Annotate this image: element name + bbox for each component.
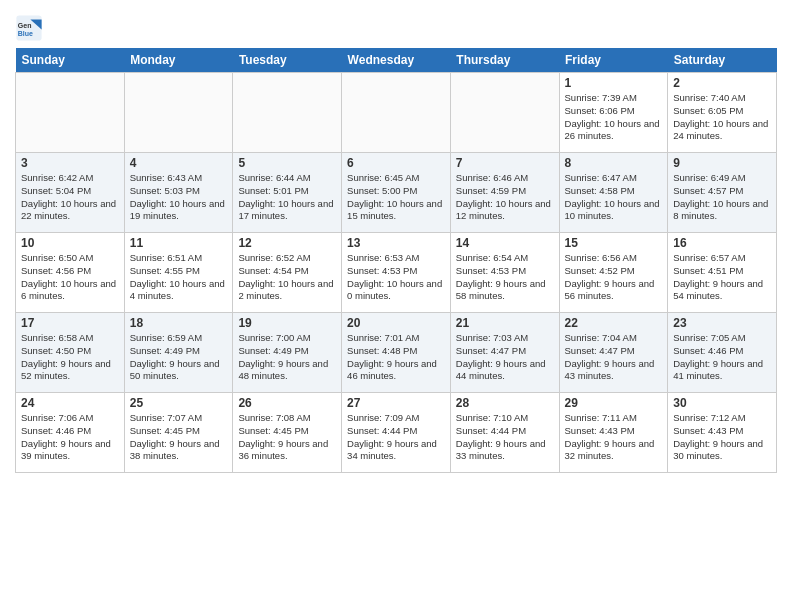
day-info: Sunrise: 6:43 AM Sunset: 5:03 PM Dayligh…: [130, 172, 228, 223]
day-number: 3: [21, 156, 119, 170]
calendar-cell: 20Sunrise: 7:01 AM Sunset: 4:48 PM Dayli…: [342, 313, 451, 393]
day-number: 26: [238, 396, 336, 410]
calendar-cell: 13Sunrise: 6:53 AM Sunset: 4:53 PM Dayli…: [342, 233, 451, 313]
calendar-cell: [16, 73, 125, 153]
day-info: Sunrise: 6:52 AM Sunset: 4:54 PM Dayligh…: [238, 252, 336, 303]
day-info: Sunrise: 7:10 AM Sunset: 4:44 PM Dayligh…: [456, 412, 554, 463]
day-number: 9: [673, 156, 771, 170]
day-info: Sunrise: 7:08 AM Sunset: 4:45 PM Dayligh…: [238, 412, 336, 463]
day-number: 12: [238, 236, 336, 250]
calendar-cell: 28Sunrise: 7:10 AM Sunset: 4:44 PM Dayli…: [450, 393, 559, 473]
day-number: 6: [347, 156, 445, 170]
day-number: 19: [238, 316, 336, 330]
day-number: 8: [565, 156, 663, 170]
day-info: Sunrise: 6:47 AM Sunset: 4:58 PM Dayligh…: [565, 172, 663, 223]
day-number: 23: [673, 316, 771, 330]
day-number: 2: [673, 76, 771, 90]
day-info: Sunrise: 6:57 AM Sunset: 4:51 PM Dayligh…: [673, 252, 771, 303]
calendar-cell: [450, 73, 559, 153]
day-header-sunday: Sunday: [16, 48, 125, 73]
logo: Gen Blue: [15, 14, 47, 42]
calendar-cell: 1Sunrise: 7:39 AM Sunset: 6:06 PM Daylig…: [559, 73, 668, 153]
week-row-4: 17Sunrise: 6:58 AM Sunset: 4:50 PM Dayli…: [16, 313, 777, 393]
day-info: Sunrise: 7:11 AM Sunset: 4:43 PM Dayligh…: [565, 412, 663, 463]
calendar-cell: 6Sunrise: 6:45 AM Sunset: 5:00 PM Daylig…: [342, 153, 451, 233]
calendar-cell: 10Sunrise: 6:50 AM Sunset: 4:56 PM Dayli…: [16, 233, 125, 313]
header: Gen Blue: [15, 10, 777, 42]
day-number: 13: [347, 236, 445, 250]
day-info: Sunrise: 7:40 AM Sunset: 6:05 PM Dayligh…: [673, 92, 771, 143]
calendar-cell: 2Sunrise: 7:40 AM Sunset: 6:05 PM Daylig…: [668, 73, 777, 153]
day-info: Sunrise: 6:54 AM Sunset: 4:53 PM Dayligh…: [456, 252, 554, 303]
calendar-cell: 22Sunrise: 7:04 AM Sunset: 4:47 PM Dayli…: [559, 313, 668, 393]
day-info: Sunrise: 7:07 AM Sunset: 4:45 PM Dayligh…: [130, 412, 228, 463]
calendar-cell: [342, 73, 451, 153]
day-info: Sunrise: 7:09 AM Sunset: 4:44 PM Dayligh…: [347, 412, 445, 463]
day-number: 24: [21, 396, 119, 410]
calendar-cell: 23Sunrise: 7:05 AM Sunset: 4:46 PM Dayli…: [668, 313, 777, 393]
day-number: 7: [456, 156, 554, 170]
week-row-5: 24Sunrise: 7:06 AM Sunset: 4:46 PM Dayli…: [16, 393, 777, 473]
calendar-cell: [233, 73, 342, 153]
header-row: SundayMondayTuesdayWednesdayThursdayFrid…: [16, 48, 777, 73]
svg-text:Blue: Blue: [18, 30, 33, 37]
week-row-1: 1Sunrise: 7:39 AM Sunset: 6:06 PM Daylig…: [16, 73, 777, 153]
calendar-table: SundayMondayTuesdayWednesdayThursdayFrid…: [15, 48, 777, 473]
day-header-thursday: Thursday: [450, 48, 559, 73]
calendar-cell: 18Sunrise: 6:59 AM Sunset: 4:49 PM Dayli…: [124, 313, 233, 393]
day-header-friday: Friday: [559, 48, 668, 73]
day-number: 14: [456, 236, 554, 250]
day-info: Sunrise: 7:03 AM Sunset: 4:47 PM Dayligh…: [456, 332, 554, 383]
calendar-cell: 27Sunrise: 7:09 AM Sunset: 4:44 PM Dayli…: [342, 393, 451, 473]
svg-text:Gen: Gen: [18, 22, 32, 29]
calendar-cell: 24Sunrise: 7:06 AM Sunset: 4:46 PM Dayli…: [16, 393, 125, 473]
day-number: 1: [565, 76, 663, 90]
calendar-cell: 29Sunrise: 7:11 AM Sunset: 4:43 PM Dayli…: [559, 393, 668, 473]
day-header-saturday: Saturday: [668, 48, 777, 73]
calendar-cell: 26Sunrise: 7:08 AM Sunset: 4:45 PM Dayli…: [233, 393, 342, 473]
day-info: Sunrise: 6:50 AM Sunset: 4:56 PM Dayligh…: [21, 252, 119, 303]
calendar-cell: 11Sunrise: 6:51 AM Sunset: 4:55 PM Dayli…: [124, 233, 233, 313]
day-number: 21: [456, 316, 554, 330]
calendar-cell: 7Sunrise: 6:46 AM Sunset: 4:59 PM Daylig…: [450, 153, 559, 233]
calendar-cell: 25Sunrise: 7:07 AM Sunset: 4:45 PM Dayli…: [124, 393, 233, 473]
day-number: 29: [565, 396, 663, 410]
day-info: Sunrise: 6:42 AM Sunset: 5:04 PM Dayligh…: [21, 172, 119, 223]
day-number: 28: [456, 396, 554, 410]
day-info: Sunrise: 7:39 AM Sunset: 6:06 PM Dayligh…: [565, 92, 663, 143]
day-info: Sunrise: 6:46 AM Sunset: 4:59 PM Dayligh…: [456, 172, 554, 223]
day-info: Sunrise: 7:12 AM Sunset: 4:43 PM Dayligh…: [673, 412, 771, 463]
day-info: Sunrise: 6:56 AM Sunset: 4:52 PM Dayligh…: [565, 252, 663, 303]
calendar-cell: 21Sunrise: 7:03 AM Sunset: 4:47 PM Dayli…: [450, 313, 559, 393]
day-info: Sunrise: 6:51 AM Sunset: 4:55 PM Dayligh…: [130, 252, 228, 303]
day-info: Sunrise: 6:45 AM Sunset: 5:00 PM Dayligh…: [347, 172, 445, 223]
calendar-cell: 17Sunrise: 6:58 AM Sunset: 4:50 PM Dayli…: [16, 313, 125, 393]
day-number: 4: [130, 156, 228, 170]
calendar-cell: 9Sunrise: 6:49 AM Sunset: 4:57 PM Daylig…: [668, 153, 777, 233]
day-info: Sunrise: 7:06 AM Sunset: 4:46 PM Dayligh…: [21, 412, 119, 463]
day-info: Sunrise: 6:53 AM Sunset: 4:53 PM Dayligh…: [347, 252, 445, 303]
day-info: Sunrise: 6:59 AM Sunset: 4:49 PM Dayligh…: [130, 332, 228, 383]
day-number: 16: [673, 236, 771, 250]
calendar-cell: 12Sunrise: 6:52 AM Sunset: 4:54 PM Dayli…: [233, 233, 342, 313]
calendar-cell: 30Sunrise: 7:12 AM Sunset: 4:43 PM Dayli…: [668, 393, 777, 473]
week-row-2: 3Sunrise: 6:42 AM Sunset: 5:04 PM Daylig…: [16, 153, 777, 233]
day-number: 25: [130, 396, 228, 410]
day-info: Sunrise: 7:05 AM Sunset: 4:46 PM Dayligh…: [673, 332, 771, 383]
day-number: 17: [21, 316, 119, 330]
week-row-3: 10Sunrise: 6:50 AM Sunset: 4:56 PM Dayli…: [16, 233, 777, 313]
day-info: Sunrise: 6:44 AM Sunset: 5:01 PM Dayligh…: [238, 172, 336, 223]
day-header-wednesday: Wednesday: [342, 48, 451, 73]
day-info: Sunrise: 6:58 AM Sunset: 4:50 PM Dayligh…: [21, 332, 119, 383]
page-container: Gen Blue SundayMondayTuesdayWednesdayThu…: [0, 0, 792, 483]
calendar-cell: 14Sunrise: 6:54 AM Sunset: 4:53 PM Dayli…: [450, 233, 559, 313]
day-number: 10: [21, 236, 119, 250]
day-number: 30: [673, 396, 771, 410]
day-header-tuesday: Tuesday: [233, 48, 342, 73]
calendar-cell: 15Sunrise: 6:56 AM Sunset: 4:52 PM Dayli…: [559, 233, 668, 313]
calendar-cell: 5Sunrise: 6:44 AM Sunset: 5:01 PM Daylig…: [233, 153, 342, 233]
day-number: 11: [130, 236, 228, 250]
day-number: 27: [347, 396, 445, 410]
day-number: 15: [565, 236, 663, 250]
day-info: Sunrise: 7:04 AM Sunset: 4:47 PM Dayligh…: [565, 332, 663, 383]
